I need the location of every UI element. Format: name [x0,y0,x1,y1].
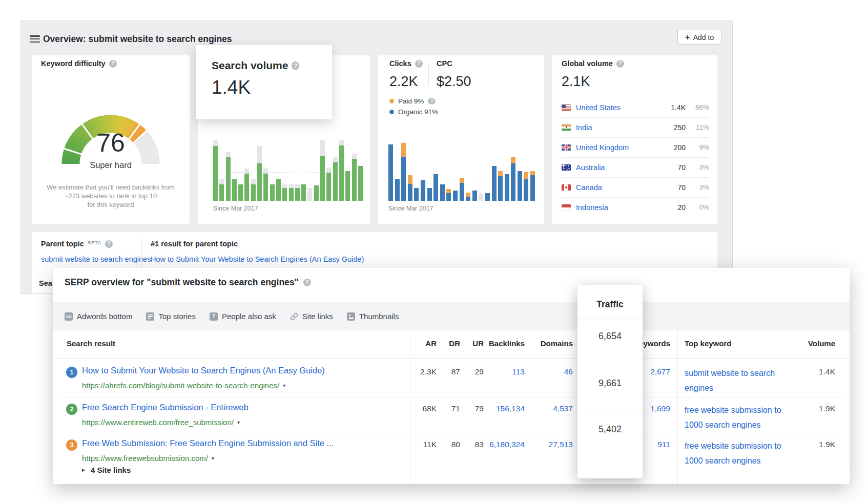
global-volume-value: 2.1K [562,74,590,90]
toolbar-item-top-stories[interactable]: Top stories [146,312,196,321]
help-icon[interactable]: ? [109,60,117,68]
parent-topic-title: Parent topic BETA ? [41,240,113,248]
difficulty-description-line: We estimate that you’ll need backlinks f… [36,183,185,192]
chart-bar [219,179,224,201]
paid-legend-label: Paid 9% [398,97,424,105]
toolbar-item-adwords-bottom[interactable]: Ad Adwords bottom [65,312,132,321]
country-link[interactable]: United States [576,103,654,112]
help-icon[interactable]: ? [415,60,423,68]
url-dropdown-icon[interactable]: ▾ [237,419,240,425]
volume-average-line [213,173,363,173]
india-flag-icon [562,124,571,131]
traffic-value: 6,654 [577,331,643,342]
chart-bar [232,179,237,201]
menu-icon[interactable] [30,35,40,43]
australia-flag-icon [562,164,571,171]
add-to-button[interactable]: + Add to [677,30,721,45]
country-link[interactable]: India [576,123,654,132]
people-also-ask-icon: ? [210,312,218,321]
site-links-toggle[interactable]: ► 4 Site links [81,466,131,474]
chart-bar [226,152,231,201]
help-icon[interactable]: ? [303,279,311,286]
parent-result-title: #1 result for parent topic [151,240,238,248]
chart-bar [395,179,400,201]
top-keyword-link[interactable]: free website submission to 1000 search e… [685,438,782,468]
help-icon[interactable]: ? [105,240,113,248]
result-title-link[interactable]: Free Web Submission: Free Search Engine … [82,438,334,448]
toolbar-label: Site links [302,312,333,321]
url-dropdown-icon[interactable]: ▾ [283,383,285,388]
global-volume-title: Global volume ? [562,59,624,68]
country-percent: 3% [691,183,709,191]
traffic-divider [577,319,643,319]
chart-bar [401,143,406,201]
top-keyword-link[interactable]: submit website to search engines [685,366,782,395]
traffic-divider [577,413,643,413]
chart-bar [333,157,338,201]
url-dropdown-icon[interactable]: ▾ [212,455,214,461]
chart-bar [352,154,357,201]
clicks-title: Clicks ? [389,59,423,68]
chart-bar [358,166,363,201]
backlinks-link[interactable]: 156,134 [473,404,525,413]
parent-result-link[interactable]: How to Submit Your Website to Search Eng… [151,255,364,263]
help-icon[interactable]: ? [428,98,436,104]
uk-flag-icon [562,144,571,151]
country-volume: 20 [659,203,686,212]
chart-bar [238,184,243,201]
adwords-icon: Ad [65,312,73,321]
chart-bar [446,189,451,201]
chart-bar [408,175,412,201]
toolbar-item-site-links[interactable]: Site links [290,312,333,321]
chart-bar [213,140,218,201]
paid-dot-icon [389,99,394,103]
top-stories-icon [146,312,154,321]
beta-badge: BETA [88,240,101,245]
toolbar-item-thumbnails[interactable]: Thumbnails [347,312,399,321]
country-percent: 66% [691,103,709,111]
backlinks-link[interactable]: 113 [473,367,525,376]
difficulty-description: We estimate that you’ll need backlinks f… [36,183,185,209]
volume-value: 1.9K [784,440,835,449]
toolbar-item-people-also-ask[interactable]: ? People also ask [210,312,276,321]
clicks-value: 2.2K [389,74,418,90]
backlinks-link[interactable]: 6,180,324 [473,440,525,449]
keyword-difficulty-title: Keyword difficulty ? [41,59,117,68]
country-row: Canada 70 3% [562,177,709,197]
country-link[interactable]: United Kingdom [576,143,654,152]
result-url-link[interactable]: https://www.freewebsubmission.com/ [82,454,208,463]
column-divider [677,330,678,484]
us-flag-icon [562,104,571,111]
country-link[interactable]: Canada [576,183,654,192]
country-volume: 250 [659,123,686,132]
header-divider [53,359,850,359]
keyword-difficulty-label: Keyword difficulty [41,59,106,68]
chart-bar [345,171,350,201]
domains-link[interactable]: 46 [522,367,573,376]
result-url-link[interactable]: https://www.entireweb.com/free_submissio… [82,418,234,427]
chart-bar [466,193,470,201]
chart-bar [492,166,497,201]
parent-topic-link[interactable]: submit website to search engines [41,255,151,263]
search-volume-value: 1.4K [212,77,251,98]
chart-bar [263,169,268,201]
cpc-title: CPC [437,59,452,68]
result-url-link[interactable]: https://ahrefs.com/blog/submit-website-t… [82,381,279,390]
top-keyword-link[interactable]: free website submission to 1000 search e… [685,403,782,432]
result-title-link[interactable]: Free Search Engine Submission - Entirewe… [82,403,249,412]
column-header-domains: Domains [522,339,573,348]
domains-link[interactable]: 27,513 [522,440,573,449]
add-to-label: Add to [693,33,714,41]
chart-bar [270,184,275,201]
result-title-link[interactable]: How to Submit Your Website to Search Eng… [82,366,325,375]
country-link[interactable]: Australia [576,163,654,172]
chart-bar [244,169,249,201]
help-icon[interactable]: ? [616,60,624,68]
domains-link[interactable]: 4,537 [522,404,573,413]
country-row: United Kingdom 200 9% [562,137,709,157]
clicks-label: Clicks [389,59,411,68]
help-icon[interactable]: ? [292,61,299,70]
country-link[interactable]: Indonesia [576,203,654,212]
column-header-search-result: Search result [67,339,115,348]
serp-title-text: SERP overview for "submit website to sea… [65,277,299,288]
